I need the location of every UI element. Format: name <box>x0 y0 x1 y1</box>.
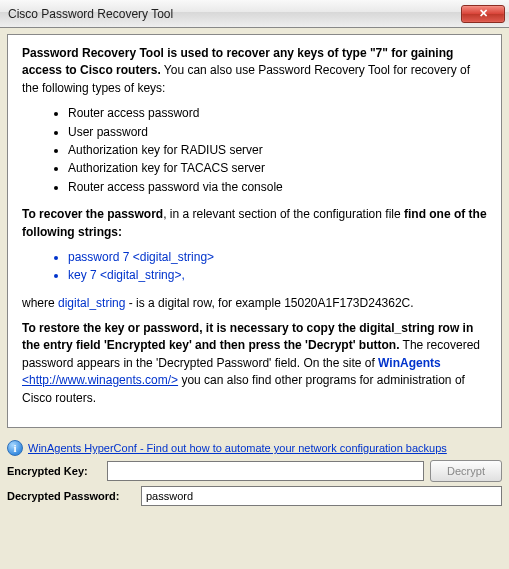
list-item: Authorization key for TACACS server <box>68 160 487 177</box>
list-item: Authorization key for RADIUS server <box>68 142 487 159</box>
decrypted-password-row: Decrypted Password: <box>7 486 502 506</box>
info-icon: i <box>7 440 23 456</box>
hyperconf-link[interactable]: WinAgents HyperConf - Find out how to au… <box>28 442 447 454</box>
close-button[interactable]: ✕ <box>461 5 505 23</box>
encrypted-key-label: Encrypted Key: <box>7 465 101 477</box>
hyperconf-row: i WinAgents HyperConf - Find out how to … <box>7 440 502 456</box>
encrypted-key-input[interactable] <box>107 461 424 481</box>
info-panel: Password Recovery Tool is used to recove… <box>7 34 502 428</box>
winagents-name: WinAgents <box>378 356 441 370</box>
decrypted-password-label: Decrypted Password: <box>7 490 135 502</box>
restore-paragraph: To restore the key or password, it is ne… <box>22 320 487 407</box>
window-title: Cisco Password Recovery Tool <box>8 7 461 21</box>
close-icon: ✕ <box>479 7 488 20</box>
recover-bold-a: To recover the password <box>22 207 163 221</box>
config-strings-list: password 7 <digital_string> key 7 <digit… <box>22 249 487 285</box>
titlebar: Cisco Password Recovery Tool ✕ <box>0 0 509 28</box>
list-item: User password <box>68 124 487 141</box>
where-a: where <box>22 296 58 310</box>
decrypted-password-input[interactable] <box>141 486 502 506</box>
recover-paragraph: To recover the password, in a relevant s… <box>22 206 487 241</box>
content-area: Password Recovery Tool is used to recove… <box>0 28 509 434</box>
recover-text-b: , in a relevant section of the configura… <box>163 207 404 221</box>
list-item: key 7 <digital_string>, <box>68 267 487 284</box>
list-item: password 7 <digital_string> <box>68 249 487 266</box>
winagents-link[interactable]: <http://www.winagents.com/> <box>22 373 178 387</box>
list-item: Router access password <box>68 105 487 122</box>
intro-paragraph: Password Recovery Tool is used to recove… <box>22 45 487 97</box>
where-paragraph: where digital_string - is a digital row,… <box>22 295 487 312</box>
list-item: Router access password via the console <box>68 179 487 196</box>
key-types-list: Router access password User password Aut… <box>22 105 487 196</box>
where-digital: digital_string <box>58 296 125 310</box>
where-b: - is a digital row, for example 15020A1F… <box>125 296 413 310</box>
decrypt-button[interactable]: Decrypt <box>430 460 502 482</box>
encrypted-key-row: Encrypted Key: Decrypt <box>7 460 502 482</box>
